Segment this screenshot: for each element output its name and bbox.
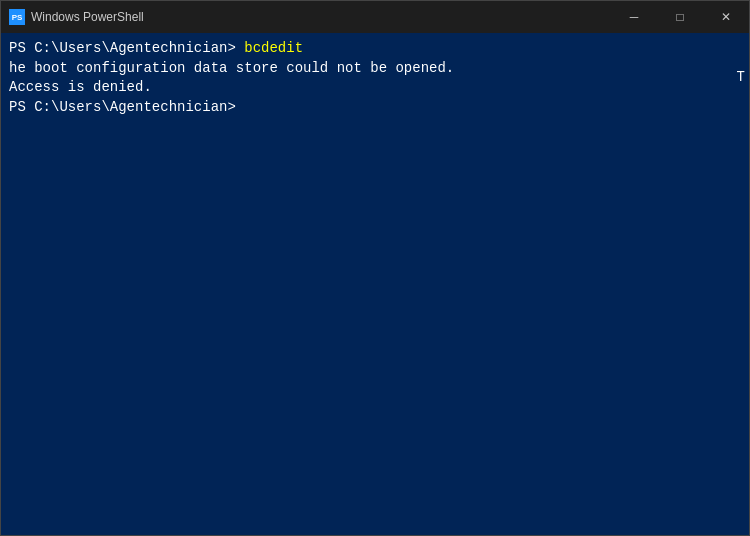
truncated-char: T	[737, 69, 749, 85]
prompt-2: PS C:\Users\Agentechnician>	[9, 98, 236, 118]
error-text-1: he boot configuration data store could n…	[9, 59, 454, 79]
title-bar-left: PS Windows PowerShell	[9, 9, 144, 25]
powershell-icon: PS	[9, 9, 25, 25]
window-controls: ─ □ ✕	[611, 1, 749, 33]
terminal-line-4: PS C:\Users\Agentechnician>	[9, 98, 741, 118]
error-text-2: Access is denied.	[9, 78, 152, 98]
terminal-body[interactable]: PS C:\Users\Agentechnician> bcdedit he b…	[1, 33, 749, 123]
terminal-wrapper: PS C:\Users\Agentechnician> bcdedit he b…	[1, 33, 749, 535]
command-1: bcdedit	[244, 39, 303, 59]
terminal-line-1: PS C:\Users\Agentechnician> bcdedit	[9, 39, 741, 59]
window-title: Windows PowerShell	[31, 10, 144, 24]
title-bar: PS Windows PowerShell ─ □ ✕	[1, 1, 749, 33]
terminal-line-3: Access is denied.	[9, 78, 741, 98]
maximize-button[interactable]: □	[657, 1, 703, 33]
close-button[interactable]: ✕	[703, 1, 749, 33]
terminal-line-2: he boot configuration data store could n…	[9, 59, 741, 79]
powershell-window: PS Windows PowerShell ─ □ ✕ PS C:\Users\…	[0, 0, 750, 536]
prompt-1: PS C:\Users\Agentechnician>	[9, 39, 244, 59]
ps-logo: PS	[9, 9, 25, 25]
minimize-button[interactable]: ─	[611, 1, 657, 33]
